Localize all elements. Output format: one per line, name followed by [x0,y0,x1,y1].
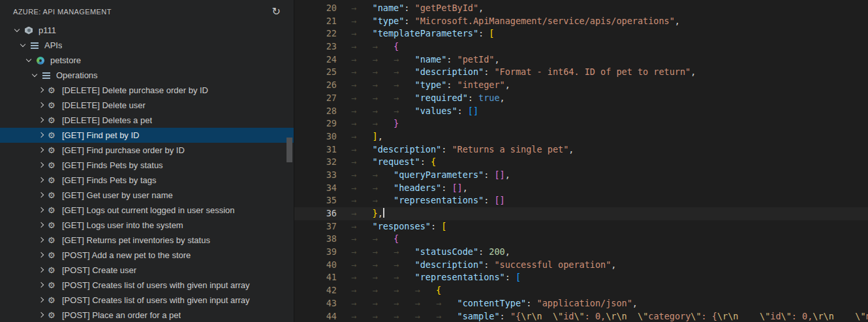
line-number[interactable]: 43 [294,297,351,310]
code-text[interactable]: → → { [351,40,399,53]
code-text[interactable]: → "description": "Returns a single pet", [351,143,574,156]
code-text[interactable]: → "responses": [ [351,220,446,233]
line-number[interactable]: 33 [294,169,351,182]
code-line[interactable]: 24→ → → "name": "petId", [294,53,868,66]
chevron-right-icon[interactable] [35,220,47,231]
chevron-right-icon[interactable] [35,100,47,111]
tree-item[interactable]: [GET] Finds Pets by tags [0,173,294,188]
code-text[interactable]: → ], [351,130,383,143]
code-line[interactable]: 31→ "description": "Returns a single pet… [294,143,868,156]
line-number[interactable]: 20 [294,2,351,15]
line-number[interactable]: 31 [294,143,351,156]
line-number[interactable]: 25 [294,66,351,79]
line-number[interactable]: 22 [294,27,351,40]
chevron-right-icon[interactable] [35,190,47,201]
chevron-right-icon[interactable] [35,265,47,276]
code-text[interactable]: → → → "required": true, [351,92,505,105]
tree-item[interactable]: APIs [0,38,294,53]
code-line[interactable]: 25→ → → "description": "Format - int64. … [294,66,868,79]
tree-item[interactable]: [GET] Returns pet inventories by status [0,233,294,248]
chevron-right-icon[interactable] [35,115,47,126]
line-number[interactable]: 36 [294,207,351,220]
chevron-right-icon[interactable] [35,85,47,96]
chevron-down-icon[interactable] [29,70,41,81]
line-number[interactable]: 41 [294,271,351,284]
code-text[interactable]: → → → "description": "successful operati… [351,259,616,272]
chevron-down-icon[interactable] [12,25,23,36]
tree-item[interactable]: [POST] Place an order for a pet [0,308,294,322]
tree-item[interactable]: [GET] Logs user into the system [0,218,294,233]
chevron-right-icon[interactable] [35,310,47,321]
line-number[interactable]: 44 [294,310,351,322]
line-number[interactable]: 30 [294,130,351,143]
chevron-right-icon[interactable] [35,295,47,306]
line-number[interactable]: 32 [294,156,351,169]
line-number[interactable]: 27 [294,92,351,105]
refresh-icon[interactable]: ↻ [272,7,281,17]
code-line[interactable]: 41→ → → "representations": [ [294,271,868,284]
code-line[interactable]: 33→ → "queryParameters": [], [294,169,868,182]
code-text[interactable]: → → → "name": "petId", [351,53,500,66]
tree-item[interactable]: [GET] Get user by user name [0,188,294,203]
chevron-right-icon[interactable] [35,205,47,216]
code-line[interactable]: 36→ }, [294,207,868,220]
code-text[interactable]: → → → "representations": [ [351,271,521,284]
code-text[interactable]: → → → "type": "integer", [351,79,510,92]
tree-item[interactable]: p111 [0,23,294,38]
tree-item[interactable]: [GET] Find pet by ID [0,128,294,143]
code-text[interactable]: → → → → → "contentType": "application/js… [351,297,638,310]
code-line[interactable]: 34→ → "headers": [], [294,182,868,195]
line-number[interactable]: 35 [294,194,351,207]
line-number[interactable]: 21 [294,15,351,28]
tree-item[interactable]: [DELETE] Deletes a pet [0,113,294,128]
tree-item[interactable]: [GET] Find purchase order by ID [0,143,294,158]
chevron-down-icon[interactable] [18,40,29,51]
scrollbar-thumb[interactable] [287,138,292,162]
line-number[interactable]: 39 [294,246,351,259]
code-text[interactable]: → "name": "getPetById", [351,2,484,15]
code-text[interactable]: → → "representations": [] [351,194,505,207]
code-text[interactable]: → "request": { [351,156,436,169]
chevron-right-icon[interactable] [35,235,47,246]
code-line[interactable]: 43→ → → → → "contentType": "application/… [294,297,868,310]
code-text[interactable]: → "templateParameters": [ [351,27,494,40]
code-line[interactable]: 29→ → } [294,117,868,130]
chevron-right-icon[interactable] [35,160,47,171]
code-text[interactable]: → → "queryParameters": [], [351,169,510,182]
line-number[interactable]: 26 [294,79,351,92]
code-text[interactable]: → → → "statusCode": 200, [351,246,510,259]
chevron-right-icon[interactable] [35,280,47,291]
code-text[interactable]: → "type": "Microsoft.ApiManagement/servi… [351,15,680,28]
code-line[interactable]: 32→ "request": { [294,156,868,169]
code-text[interactable]: → }, [351,207,384,220]
tree-item[interactable]: [DELETE] Delete user [0,98,294,113]
code-line[interactable]: 23→ → { [294,40,868,53]
code-text[interactable]: → → → → { [351,284,441,297]
code-line[interactable]: 38→ → { [294,233,868,246]
tree-item[interactable]: [POST] Create user [0,263,294,278]
tree-item[interactable]: [GET] Finds Pets by status [0,158,294,173]
tree-item[interactable]: [DELETE] Delete purchase order by ID [0,83,294,98]
line-number[interactable]: 38 [294,233,351,246]
code-line[interactable]: 21→ "type": "Microsoft.ApiManagement/ser… [294,15,868,28]
line-number[interactable]: 29 [294,117,351,130]
line-number[interactable]: 37 [294,220,351,233]
code-line[interactable]: 37→ "responses": [ [294,220,868,233]
code-line[interactable]: 30→ ], [294,130,868,143]
code-line[interactable]: 28→ → → "values": [] [294,105,868,118]
code-line[interactable]: 27→ → → "required": true, [294,92,868,105]
tree-item[interactable]: Operations [0,68,294,83]
code-line[interactable]: 22→ "templateParameters": [ [294,27,868,40]
line-number[interactable]: 28 [294,105,351,118]
tree-item[interactable]: [POST] Creates list of users with given … [0,278,294,293]
tree-item[interactable]: [GET] Logs out current logged in user se… [0,203,294,218]
line-number[interactable]: 23 [294,40,351,53]
line-number[interactable]: 42 [294,284,351,297]
chevron-right-icon[interactable] [35,175,47,186]
code-text[interactable]: → → { [351,233,399,246]
chevron-down-icon[interactable] [23,55,35,66]
code-line[interactable]: 35→ → "representations": [] [294,194,868,207]
code-line[interactable]: 40→ → → "description": "successful opera… [294,259,868,272]
chevron-right-icon[interactable] [35,250,47,261]
code-text[interactable]: → → "headers": [], [351,182,468,195]
